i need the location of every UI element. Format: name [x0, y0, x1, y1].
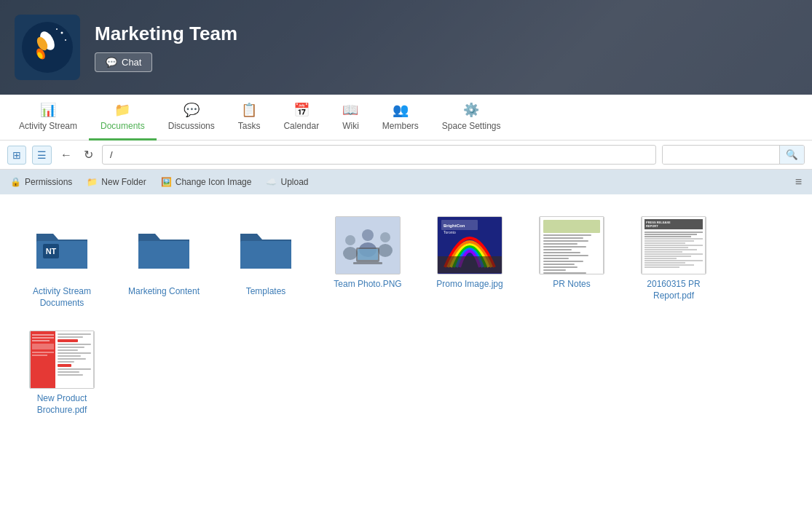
header-info: Marketing Team 💬 Chat — [95, 23, 237, 72]
grid-view-button[interactable]: ⊞ — [7, 146, 26, 165]
list-view-button[interactable]: ☰ — [32, 146, 52, 165]
image-icon: 🖼️ — [161, 177, 172, 187]
members-icon: 👥 — [393, 102, 409, 118]
upload-icon: ☁️ — [266, 177, 277, 187]
promo-image-thumb: BrightCon Toronto — [437, 216, 502, 274]
tab-activity-stream[interactable]: 📊 Activity Stream — [7, 95, 89, 141]
file-name-activity-stream-docs: Activity StreamDocuments — [33, 286, 91, 309]
file-name-templates: Templates — [246, 286, 286, 298]
tab-discussions[interactable]: 💬 Discussions — [157, 95, 226, 141]
search-button[interactable]: 🔍 — [779, 146, 804, 164]
change-icon-button[interactable]: 🖼️ Change Icon Image — [161, 177, 252, 187]
svg-text:Toronto: Toronto — [444, 230, 456, 234]
permissions-button[interactable]: 🔒 Permissions — [10, 177, 72, 187]
file-item-pr-notes[interactable]: PR Notes — [524, 209, 619, 316]
action-bar: 🔒 Permissions 📁 New Folder 🖼️ Change Ico… — [0, 170, 812, 194]
tab-members[interactable]: 👥 Members — [371, 95, 430, 141]
file-item-activity-stream-docs[interactable]: NT Activity StreamDocuments — [15, 209, 109, 316]
tab-documents[interactable]: 📁 Documents — [89, 95, 157, 141]
pr-notes-thumb — [539, 216, 604, 274]
chat-button[interactable]: 💬 Chat — [95, 52, 152, 72]
team-logo — [15, 15, 80, 80]
file-item-templates[interactable]: Templates — [218, 209, 313, 316]
file-item-pr-report[interactable]: PRESS RELEASEREPORT — [626, 209, 721, 316]
more-options-button[interactable]: ≡ — [795, 175, 802, 189]
brochure-right-panel — [55, 331, 93, 388]
svg-text:BrightCon: BrightCon — [444, 224, 465, 228]
svg-point-7 — [65, 39, 66, 41]
file-item-new-product-brochure[interactable]: New ProductBrochure.pdf — [15, 323, 109, 423]
svg-point-16 — [345, 235, 355, 245]
brochure-thumb — [29, 331, 95, 389]
tasks-icon: 📋 — [241, 102, 257, 118]
files-grid: NT Activity StreamDocuments Marketing Co… — [0, 194, 812, 438]
search-input[interactable] — [663, 146, 779, 164]
file-name-marketing-content: Marketing Content — [128, 286, 200, 298]
space-settings-icon: ⚙️ — [463, 102, 479, 118]
tab-wiki[interactable]: 📖 Wiki — [331, 95, 371, 141]
svg-point-19 — [378, 244, 393, 257]
search-box: 🔍 — [662, 145, 805, 165]
new-folder-icon: 📁 — [87, 177, 98, 187]
svg-point-6 — [56, 28, 58, 30]
new-folder-button[interactable]: 📁 New Folder — [87, 177, 146, 187]
svg-point-5 — [61, 32, 63, 34]
tab-calendar[interactable]: 📅 Calendar — [272, 95, 331, 141]
team-photo-image — [336, 216, 400, 274]
svg-rect-24 — [438, 256, 502, 273]
lock-icon: 🔒 — [10, 177, 21, 187]
activity-stream-icon: 📊 — [40, 102, 56, 118]
pr-notes-image — [540, 216, 604, 274]
upload-button[interactable]: ☁️ Upload — [266, 177, 308, 187]
svg-rect-21 — [353, 262, 382, 264]
back-button[interactable]: ← — [58, 147, 75, 163]
svg-rect-22 — [358, 249, 378, 260]
tab-tasks[interactable]: 📋 Tasks — [226, 95, 272, 141]
folder-icon-marketing-content — [131, 216, 197, 282]
brochure-left-panel — [31, 331, 55, 388]
team-title: Marketing Team — [95, 23, 237, 45]
toolbar: ⊞ ☰ ← ↻ 🔍 — [0, 141, 812, 170]
wiki-icon: 📖 — [342, 102, 358, 118]
file-item-promo-image[interactable]: BrightCon Toronto Promo Image.jpg — [422, 209, 517, 316]
refresh-button[interactable]: ↻ — [81, 146, 96, 163]
file-name-team-photo: Team Photo.PNG — [334, 279, 401, 290]
file-item-team-photo[interactable]: Team Photo.PNG — [320, 209, 415, 316]
header-banner: Marketing Team 💬 Chat — [0, 0, 812, 95]
pr-report-thumb: PRESS RELEASEREPORT — [641, 216, 706, 274]
svg-text:NT: NT — [46, 247, 57, 256]
svg-rect-11 — [138, 241, 189, 269]
team-photo-thumb — [335, 216, 401, 274]
nav-tabs: 📊 Activity Stream 📁 Documents 💬 Discussi… — [0, 95, 812, 141]
svg-point-17 — [343, 247, 358, 260]
file-name-new-product-brochure: New ProductBrochure.pdf — [37, 393, 87, 416]
brochure-image — [30, 331, 94, 389]
calendar-icon: 📅 — [293, 102, 310, 118]
documents-icon: 📁 — [114, 102, 130, 118]
svg-rect-12 — [240, 241, 291, 269]
svg-point-18 — [380, 232, 390, 242]
svg-point-14 — [362, 229, 374, 241]
file-name-pr-notes: PR Notes — [553, 279, 590, 290]
path-input[interactable] — [102, 145, 656, 165]
discussions-icon: 💬 — [184, 102, 200, 118]
pr-report-image: PRESS RELEASEREPORT — [642, 216, 706, 274]
file-item-marketing-content[interactable]: Marketing Content — [117, 209, 211, 316]
tab-space-settings[interactable]: ⚙️ Space Settings — [430, 95, 513, 141]
folder-icon-activity-stream: NT — [29, 216, 95, 282]
chat-icon: 💬 — [106, 57, 117, 68]
promo-image: BrightCon Toronto — [438, 216, 502, 274]
file-name-promo-image: Promo Image.jpg — [436, 279, 502, 290]
folder-icon-templates — [233, 216, 299, 282]
file-name-pr-report: 20160315 PRReport.pdf — [647, 279, 700, 301]
